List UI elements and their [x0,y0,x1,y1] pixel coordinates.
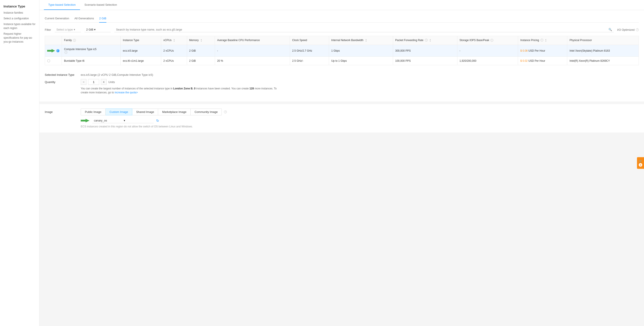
quantity-content: − + Units You can create the largest num… [81,79,278,94]
instance-section: Current Generation All Generations 2 GiB… [40,10,644,101]
quantity-increase-button[interactable]: + [101,79,106,85]
th-clock-speed: Clock Speed [290,36,329,45]
th-radio [45,36,62,45]
th-vcpus[interactable]: vCPUs ▲▼ [161,36,187,45]
memory-sort-icon: ▲▼ [200,39,202,42]
pkt-info-icon[interactable]: ? [425,39,428,42]
network-sort-icon: ▲▼ [365,39,367,42]
td-avg-cpu-1: - [215,45,290,57]
td-processor-2: Intel(R) Xeon(R) Platinum 8269CY [567,57,639,65]
svg-marker-0 [47,49,55,53]
sidebar: Instance Type Instance families Select a… [0,0,40,326]
tab-all-gen[interactable]: All Generations [74,15,94,23]
td-memory-1: 2 GiB [187,45,215,57]
td-family-2: Burstable Type t6 [62,57,121,65]
th-memory[interactable]: Memory ▲▼ [187,36,215,45]
storage-info-icon[interactable]: ? [490,39,493,42]
td-pkt-1: 300,000 PPS [393,45,457,57]
image-tab-custom[interactable]: Custom Image [106,108,132,115]
io-optimized-info-icon[interactable]: ? [636,28,639,31]
sidebar-item-4[interactable]: Request higher specifications for pay-as… [4,32,36,44]
instance-table: Family ? Instance Type vCPUs ▲▼ [45,36,639,65]
image-note: ECS instances created in this region do … [81,125,227,128]
type-filter-select[interactable]: Select a type ▾ [54,27,81,32]
th-storage-iops: Storage IOPS Base/Peak ? [457,36,518,45]
sidebar-item-1[interactable]: Instance families [4,11,36,15]
filter-row: Filter Select a type ▾ 2 GiB ▾ 🔍 I/O Opt… [45,27,639,32]
image-tab-community[interactable]: Community Image [190,108,222,115]
th-network[interactable]: Internal Network Bandwidth ▲▼ [329,36,393,45]
green-arrow-image-icon [81,118,90,123]
td-processor-1: Intel Xeon(Skylake) Platinum 8163 [567,45,639,57]
td-avg-cpu-2: 20 % [215,57,290,65]
sidebar-title: Instance Type [4,5,36,8]
image-section: Image Public Image Custom Image Shared I… [40,104,644,132]
td-family-1: Compute Intensive Type ic5 ? [62,45,121,57]
radio-btn-1[interactable] [56,49,60,52]
radio-btn-2[interactable] [47,59,50,62]
td-instance-type-1: ecs.ic5.large [121,45,161,57]
quota-link[interactable]: increase the quota> [115,91,138,94]
selected-instance-section: Selected Instance Type ecs.ic5.large (2 … [45,70,639,97]
quota-info: You can create the largest number of ins… [81,87,278,94]
cart-button[interactable]: 🛒 0 [637,157,644,169]
td-storage-2: 1,920/200,000 [457,57,518,65]
quantity-control: − + Units [81,79,278,85]
td-pricing-1: $ 0.08 USD Per Hour [518,45,567,57]
table-row[interactable]: Compute Intensive Type ic5 ? ecs.ic5.lar… [45,45,639,57]
quantity-input[interactable] [88,79,99,85]
th-avg-cpu: Average Baseline CPU Performance [215,36,290,45]
tab-type-based[interactable]: Type-based Selection [44,0,80,10]
instance-search: 🔍 [114,27,614,32]
tab-current-gen[interactable]: Current Generation [45,15,69,23]
th-instance-type: Instance Type [121,36,161,45]
image-tab-marketplace[interactable]: Marketplace Image [158,108,190,115]
td-vcpus-2: 2 vCPUs [161,57,187,65]
pricing-info-icon[interactable]: ? [540,39,543,42]
th-pkt-forward[interactable]: Packet Forwarding Rate ? ▲▼ [393,36,457,45]
memory-filter-select[interactable]: 2 GiB ▾ [84,27,111,32]
quantity-decrease-button[interactable]: − [81,79,86,85]
th-pricing[interactable]: Instance Pricing ? ▲▼ [518,36,567,45]
td-radio-1[interactable] [45,45,62,57]
image-tab-shared[interactable]: Shared Image [132,108,158,115]
family-info-icon[interactable]: ? [73,39,76,42]
refresh-button[interactable]: ↻ [156,119,159,123]
pkt-sort-icon: ▲▼ [430,39,431,42]
table-row[interactable]: Burstable Type t6 ecs.t6-c1m1.large 2 vC… [45,57,639,65]
vcpus-sort-icon: ▲▼ [173,39,175,42]
tab-2gib[interactable]: 2 GiB [99,15,106,23]
tab-scenario-based[interactable]: Scenario-based Selection [80,0,121,10]
td-storage-1: - [457,45,518,57]
td-radio-2[interactable] [45,57,62,65]
sidebar-item-3[interactable]: Instance types available for each region [4,22,36,30]
td-network-2: Up to 1 Gbps [329,57,393,65]
image-dropdown-row: canary_os ▾ ↻ [81,118,227,123]
td-memory-2: 2 GiB [187,57,215,65]
image-info-icon[interactable]: ? [224,110,227,113]
pricing-sort-icon: ▲▼ [545,39,547,42]
td-pricing-2: $ 0.02 USD Per Hour [518,57,567,65]
cart-badge: 0 [639,163,642,167]
image-tabs-container: Public Image Custom Image Shared Image M… [81,108,222,115]
td-pkt-2: 100,000 PPS [393,57,457,65]
gen-tabs-container: Current Generation All Generations 2 GiB [45,15,639,23]
image-dropdown[interactable]: canary_os ▾ [92,118,154,123]
top-tabs-container: Type-based Selection Scenario-based Sele… [40,0,644,10]
selected-instance-row: Selected Instance Type ecs.ic5.large (2 … [45,70,639,76]
chevron-down-icon: ▾ [74,28,75,31]
family-row-info-icon[interactable]: ? [64,51,67,54]
sidebar-item-2[interactable]: Select a configuration [4,17,36,21]
td-network-1: 1 Gbps [329,45,393,57]
image-row: Image Public Image Custom Image Shared I… [45,108,639,128]
filter-label: Filter [45,28,51,31]
image-tab-public[interactable]: Public Image [81,108,106,115]
search-input[interactable] [116,28,607,31]
main-content: Type-based Selection Scenario-based Sele… [40,0,644,326]
td-clock-2: 2.5 GHz/- [290,57,329,65]
search-icon[interactable]: 🔍 [608,28,612,31]
th-family: Family ? [62,36,121,45]
svg-marker-1 [81,119,90,122]
chevron-down-icon-2: ▾ [94,28,96,31]
td-clock-1: 2.5 GHz/2.7 GHz [290,45,329,57]
